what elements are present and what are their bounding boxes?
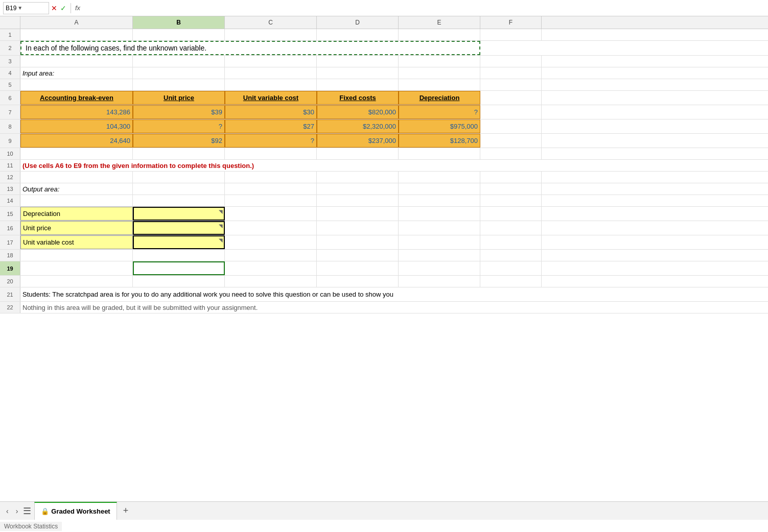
cell-a17[interactable]: Unit variable cost xyxy=(20,235,133,249)
cell-f3[interactable] xyxy=(480,56,542,67)
cell-c3[interactable] xyxy=(225,56,317,67)
cell-a21[interactable]: Students: The scratchpad area is for you… xyxy=(20,287,634,301)
cell-f4[interactable] xyxy=(480,67,542,79)
cell-a18[interactable] xyxy=(20,250,133,261)
cell-b7[interactable]: $39 xyxy=(133,105,225,119)
col-header-f[interactable]: F xyxy=(480,16,542,29)
cell-b14[interactable] xyxy=(133,195,225,206)
cell-b4[interactable] xyxy=(133,67,225,79)
cell-c16[interactable] xyxy=(225,221,317,235)
cell-c18[interactable] xyxy=(225,250,317,261)
col-header-b[interactable]: B xyxy=(133,16,225,29)
cell-d18[interactable] xyxy=(317,250,399,261)
cell-e4[interactable] xyxy=(399,67,480,79)
cell-a15[interactable]: Depreciation xyxy=(20,207,133,221)
cell-e1[interactable] xyxy=(399,29,480,40)
cell-e3[interactable] xyxy=(399,56,480,67)
cell-a13[interactable]: Output area: xyxy=(20,183,133,195)
cell-e18[interactable] xyxy=(399,250,480,261)
cell-d1[interactable] xyxy=(317,29,399,40)
cell-b19[interactable] xyxy=(133,261,225,275)
cell-d15[interactable] xyxy=(317,207,399,221)
cell-a3[interactable] xyxy=(20,56,133,67)
cell-e5[interactable] xyxy=(399,79,480,90)
cell-e6[interactable]: Depreciation xyxy=(399,91,480,105)
cell-d9[interactable]: $237,000 xyxy=(317,134,399,148)
cell-e9[interactable]: $128,700 xyxy=(399,134,480,148)
tab-menu-btn[interactable]: ☰ xyxy=(23,505,31,517)
cell-e13[interactable] xyxy=(399,183,480,195)
cell-a14[interactable] xyxy=(20,195,133,206)
cell-e7[interactable]: ? xyxy=(399,105,480,119)
cell-c13[interactable] xyxy=(225,183,317,195)
cell-d16[interactable] xyxy=(317,221,399,235)
cell-a11[interactable]: (Use cells A6 to E9 from the given infor… xyxy=(20,160,429,171)
cell-e19[interactable] xyxy=(399,261,480,275)
cell-c1[interactable] xyxy=(225,29,317,40)
cell-f8[interactable] xyxy=(480,119,542,133)
cell-a8[interactable]: 104,300 xyxy=(20,119,133,133)
cell-a5[interactable] xyxy=(20,79,133,90)
cell-d13[interactable] xyxy=(317,183,399,195)
cell-f10[interactable] xyxy=(480,148,542,159)
cell-a6[interactable]: Accounting break-even xyxy=(20,91,133,105)
cell-c7[interactable]: $30 xyxy=(225,105,317,119)
cell-b3[interactable] xyxy=(133,56,225,67)
tab-prev-btn[interactable]: ‹ xyxy=(4,506,11,516)
cell-d5[interactable] xyxy=(317,79,399,90)
col-header-e[interactable]: E xyxy=(399,16,480,29)
cell-a9[interactable]: 24,640 xyxy=(20,134,133,148)
cell-f20[interactable] xyxy=(480,276,542,287)
cell-e10[interactable] xyxy=(399,148,480,159)
cell-c6[interactable]: Unit variable cost xyxy=(225,91,317,105)
cancel-icon[interactable]: ✕ xyxy=(51,4,57,12)
cell-a19[interactable] xyxy=(20,261,133,275)
cell-f6[interactable] xyxy=(480,91,542,105)
cell-f15[interactable] xyxy=(480,207,542,221)
cell-f16[interactable] xyxy=(480,221,542,235)
cell-a20[interactable] xyxy=(20,276,133,287)
workbook-stats-label[interactable]: Workbook Statistics xyxy=(0,522,62,531)
cell-e17[interactable] xyxy=(399,235,480,249)
cell-c5[interactable] xyxy=(225,79,317,90)
cell-a7[interactable]: 143,286 xyxy=(20,105,133,119)
cell-a12[interactable] xyxy=(20,172,133,183)
cell-d19[interactable] xyxy=(317,261,399,275)
cell-b5[interactable] xyxy=(133,79,225,90)
cell-d6[interactable]: Fixed costs xyxy=(317,91,399,105)
cell-a22[interactable]: Nothing in this area will be graded, but… xyxy=(20,302,634,313)
cell-e16[interactable] xyxy=(399,221,480,235)
cell-b16[interactable]: ◥ xyxy=(133,221,225,235)
cell-e15[interactable] xyxy=(399,207,480,221)
cell-b8[interactable]: ? xyxy=(133,119,225,133)
name-box[interactable]: B19 ▼ xyxy=(3,2,49,14)
cell-d4[interactable] xyxy=(317,67,399,79)
cell-f18[interactable] xyxy=(480,250,542,261)
cell-c9[interactable]: ? xyxy=(225,134,317,148)
cell-b12[interactable] xyxy=(133,172,225,183)
cell-b10[interactable] xyxy=(133,148,225,159)
cell-e8[interactable]: $975,000 xyxy=(399,119,480,133)
col-header-a[interactable]: A xyxy=(20,16,133,29)
cell-d8[interactable]: $2,320,000 xyxy=(317,119,399,133)
cell-b9[interactable]: $92 xyxy=(133,134,225,148)
cell-d3[interactable] xyxy=(317,56,399,67)
tab-graded-worksheet[interactable]: 🔒 Graded Worksheet xyxy=(34,502,117,520)
cell-c4[interactable] xyxy=(225,67,317,79)
cell-b17[interactable]: ◥ xyxy=(133,235,225,249)
cell-a4[interactable]: Input area: xyxy=(20,67,133,79)
cell-a10[interactable] xyxy=(20,148,133,159)
tab-add-btn[interactable]: + xyxy=(120,504,132,517)
cell-c8[interactable]: $27 xyxy=(225,119,317,133)
cell-b1[interactable] xyxy=(133,29,225,40)
cell-f9[interactable] xyxy=(480,134,542,148)
cell-d12[interactable] xyxy=(317,172,399,183)
col-header-d[interactable]: D xyxy=(317,16,399,29)
cell-f13[interactable] xyxy=(480,183,542,195)
cell-c19[interactable] xyxy=(225,261,317,275)
col-header-c[interactable]: C xyxy=(225,16,317,29)
cell-d10[interactable] xyxy=(317,148,399,159)
cell-f17[interactable] xyxy=(480,235,542,249)
confirm-icon[interactable]: ✓ xyxy=(60,4,66,12)
cell-f5[interactable] xyxy=(480,79,542,90)
